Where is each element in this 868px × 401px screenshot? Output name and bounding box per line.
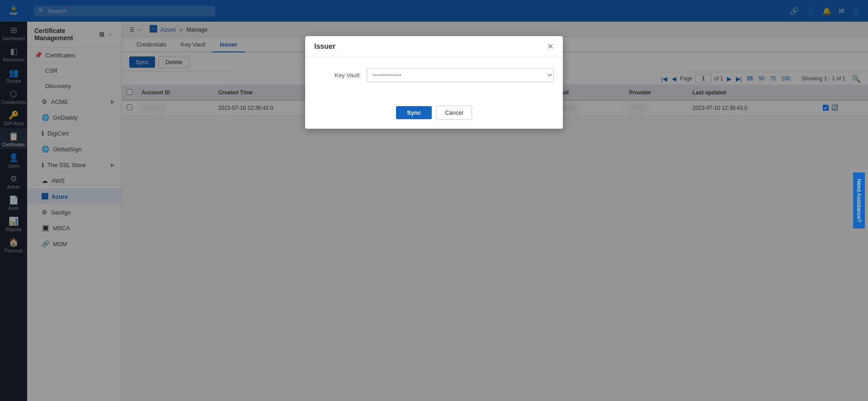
- dialog-header: Issuer ✕: [305, 36, 563, 57]
- dialog-close-button[interactable]: ✕: [547, 42, 554, 51]
- need-assistance-button[interactable]: Need Assistance?: [853, 173, 865, 228]
- dialog-title: Issuer: [314, 42, 335, 51]
- key-vault-row: Key Vault ••••••••••••••: [314, 68, 554, 82]
- key-vault-select[interactable]: ••••••••••••••: [367, 68, 554, 82]
- dialog-footer: Sync Cancel: [305, 100, 563, 129]
- key-vault-label: Key Vault: [314, 72, 359, 79]
- dialog-cancel-button[interactable]: Cancel: [436, 106, 472, 120]
- dialog-overlay[interactable]: Issuer ✕ Key Vault •••••••••••••• Sync C…: [0, 0, 868, 401]
- issuer-dialog: Issuer ✕ Key Vault •••••••••••••• Sync C…: [305, 36, 563, 129]
- dialog-body: Key Vault ••••••••••••••: [305, 57, 563, 100]
- dialog-sync-button[interactable]: Sync: [396, 106, 432, 119]
